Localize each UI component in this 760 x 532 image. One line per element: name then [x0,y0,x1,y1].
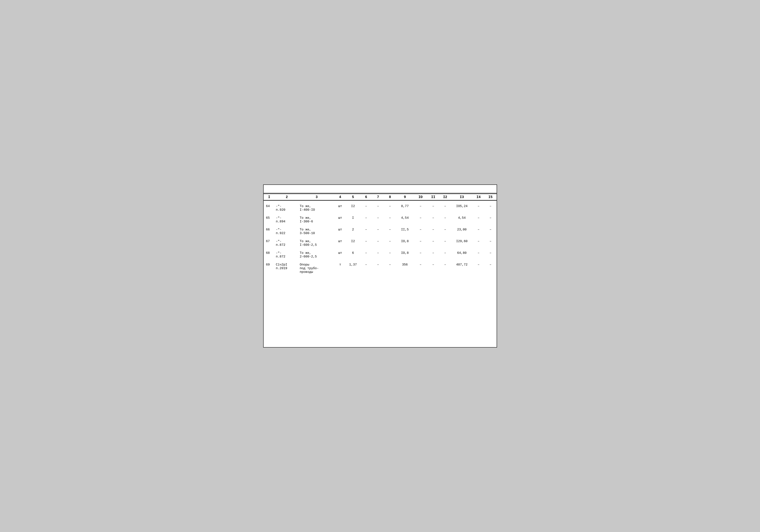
spacer-row [263,212,497,216]
col-header-10: IO [414,194,427,200]
col-header-4: 4 [335,194,346,200]
col-header-9: 9 [396,194,414,200]
column-headers: I 2 3 4 5 6 7 8 9 IO II I2 I3 I4 I5 [263,194,497,200]
page-header [263,185,497,194]
table-row: 69Сlч2рIп.2019Опорыпод трубо-проводыт1,3… [263,262,497,274]
col-header-13: I3 [451,194,472,200]
spacer-row [263,247,497,251]
spacer-row [263,259,497,262]
main-table: I 2 3 4 5 6 7 8 9 IO II I2 I3 I4 I5 [263,194,497,274]
col-header-8: 8 [384,194,396,200]
page: I 2 3 4 5 6 7 8 9 IO II I2 I3 I4 I5 [263,184,497,348]
col-header-11: II [427,194,439,200]
table-row: 68-"-п.872То же,2-600-2,5шт6–––IO,8–––64… [263,251,497,259]
spacer-row [263,236,497,239]
table-row: 67-"-п.872То же,I-600-2,5штI2–––IO,8–––I… [263,239,497,247]
col-header-14: I4 [472,194,484,200]
table-row: 66-"-п.922То же,3-500-10шт2–––II,5–––23,… [263,227,497,236]
col-header-6: 6 [360,194,372,200]
table-row: 65-"-п.894То же,I-300-6штI–––4,54–––4,54… [263,216,497,224]
table-row: 64-"-п.920То же,I-400-IOштI2–––8,77–––IO… [263,204,497,212]
spacer-row [263,224,497,227]
col-header-5: 5 [346,194,360,200]
col-header-2: 2 [275,194,299,200]
col-header-3: 3 [299,194,335,200]
table-area: I 2 3 4 5 6 7 8 9 IO II I2 I3 I4 I5 [263,194,497,279]
header-left [268,187,277,191]
spacer-row [263,200,497,204]
col-header-7: 7 [372,194,384,200]
col-header-1: I [263,194,275,200]
col-header-15: I5 [484,194,497,200]
col-header-12: I2 [439,194,451,200]
